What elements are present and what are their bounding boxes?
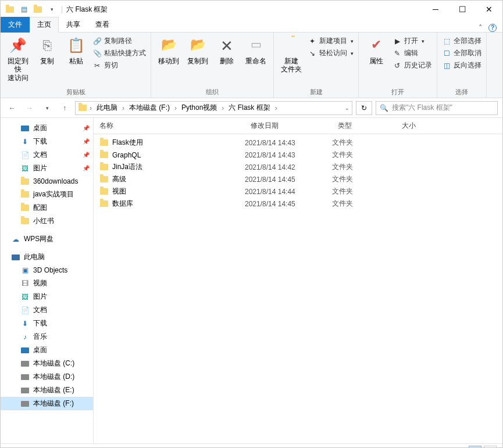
window-title: 六 Flask 框架 [66,5,422,15]
tab-share[interactable]: 共享 [59,17,88,33]
col-size[interactable]: 大小 [396,121,502,131]
edit-button[interactable]: ✎编辑 [393,48,432,58]
nav-pane: 桌面📌⬇下载📌📄文档📌🖼图片📌360downloadsjava实战项目配图小红书… [1,118,94,443]
copy-path-button[interactable]: 🔗复制路径 [92,36,146,46]
help-icon[interactable]: ? [488,24,497,32]
search-input[interactable]: 🔍 搜索"六 Flask 框架" [376,101,498,115]
select-all-button[interactable]: ⬚全部选择 [442,36,481,46]
tab-view[interactable]: 查看 [88,17,117,33]
nav-wps[interactable]: ☁WPS网盘 [1,232,93,246]
chevron-right-icon[interactable]: › [173,104,178,112]
nav-item[interactable]: 🖼图片 [1,290,93,303]
invert-select-button[interactable]: ◫反向选择 [442,60,481,70]
crumb-drive[interactable]: 本地磁盘 (F:) [127,103,172,113]
properties-button[interactable]: ✔属性 [363,35,389,67]
nav-item[interactable]: 📄文档📌 [1,148,93,162]
ribbon-collapse-icon[interactable]: ˄ [479,23,483,32]
paste-button[interactable]: 📋粘贴 [63,35,89,67]
history-button[interactable]: ↺历史记录 [393,60,432,70]
nav-item[interactable]: 📄文档 [1,303,93,317]
nav-thispc[interactable]: 此电脑 [1,250,93,264]
nav-item[interactable]: java实战项目 [1,188,93,201]
col-name[interactable]: 名称 [94,121,245,131]
tab-file[interactable]: 文件 [1,17,30,33]
copy-button[interactable]: ⎘复制 [34,35,60,67]
chevron-right-icon[interactable]: › [274,104,279,112]
nav-item[interactable]: 配图 [1,201,93,214]
nav-item[interactable]: ⬇下载📌 [1,135,93,148]
up-button[interactable]: ↑ [58,101,72,115]
file-row[interactable]: GraphQL2021/8/14 14:43文件夹 [94,149,502,161]
nav-item[interactable]: 🖼图片📌 [1,162,93,175]
nav-item[interactable]: ⬇下载 [1,317,93,330]
folder-icon [99,187,109,196]
qat-dropdown-icon[interactable]: ▾ [47,5,56,14]
file-row[interactable]: 视图2021/8/14 14:44文件夹 [94,185,502,198]
crumb-folder2[interactable]: 六 Flask 框架 [226,103,272,113]
nav-item[interactable]: 桌面📌 [1,121,93,135]
group-label-select: 选择 [455,87,468,96]
crumb-thispc[interactable]: 此电脑 [94,103,120,113]
copy-to-button[interactable]: 📂复制到 [185,35,211,67]
nav-item[interactable]: 本地磁盘 (D:) [1,370,93,384]
nav-item[interactable]: 本地磁盘 (F:) [1,397,93,410]
back-button[interactable]: ← [5,101,19,115]
easy-access-button[interactable]: ↘轻松访问▾ [308,48,354,58]
crumb-folder1[interactable]: Python视频 [179,103,219,113]
col-type[interactable]: 类型 [332,121,396,131]
ribbon-tabs: 文件 主页 共享 查看 ˄ ? [1,18,502,32]
forward-button[interactable]: → [23,101,37,115]
nav-item[interactable]: 桌面 [1,343,93,357]
close-button[interactable]: ✕ [476,1,502,18]
nav-item[interactable]: 小红书 [1,214,93,228]
file-row[interactable]: 数据库2021/8/14 14:45文件夹 [94,198,502,210]
chevron-right-icon[interactable]: › [220,104,225,112]
tab-home[interactable]: 主页 [30,17,59,33]
folder-icon [20,177,30,186]
history-icon: ↺ [393,61,402,70]
cut-button[interactable]: ✂剪切 [92,60,146,70]
move-to-icon: 📂 [159,37,178,56]
nav-item[interactable]: ▣3D Objects [1,264,93,277]
nav-item[interactable]: ♪音乐 [1,330,93,343]
file-row[interactable]: JinJa语法2021/8/14 14:42文件夹 [94,161,502,173]
ribbon: 📌固定到快 速访问 ⎘复制 📋粘贴 🔗复制路径 📎粘贴快捷方式 ✂剪切 剪贴板 … [1,32,502,98]
delete-icon: ✕ [217,37,236,56]
chevron-right-icon[interactable]: › [121,104,126,112]
pc-icon [11,253,20,262]
nav-item[interactable]: 本地磁盘 (C:) [1,357,93,370]
chevron-right-icon[interactable]: › [88,104,93,112]
new-folder-button[interactable]: 新建 文件夹 [279,35,304,76]
group-label-open: 打开 [391,87,404,96]
folder-icon [5,5,15,14]
file-row[interactable]: Flask使用2021/8/14 14:43文件夹 [94,137,502,149]
open-icon: ▶ [393,37,402,46]
pin-icon: 📌 [83,125,90,131]
nav-item[interactable]: 本地磁盘 (E:) [1,384,93,397]
select-none-button[interactable]: ☐全部取消 [442,48,481,58]
move-to-button[interactable]: 📂移动到 [156,35,181,67]
nav-item[interactable]: 🎞视频 [1,277,93,290]
address-dropdown-icon[interactable]: ⌄ [345,105,349,111]
paste-shortcut-button[interactable]: 📎粘贴快捷方式 [92,48,146,58]
new-folder-icon [282,37,301,56]
nav-item[interactable]: 360downloads [1,175,93,188]
pin-quick-access-button[interactable]: 📌固定到快 速访问 [5,35,31,84]
file-row[interactable]: 高级2021/8/14 14:45文件夹 [94,173,502,185]
rename-button[interactable]: ▭重命名 [243,35,269,67]
breadcrumb[interactable]: › 此电脑 › 本地磁盘 (F:) › Python视频 › 六 Flask 框… [75,101,352,115]
new-item-button[interactable]: ✦新建项目▾ [308,36,354,46]
minimize-button[interactable]: ─ [422,1,449,18]
qat-properties-icon[interactable]: ▤ [19,5,28,14]
delete-button[interactable]: ✕删除 [214,35,240,67]
view-icons-button[interactable]: ▦ [484,446,497,449]
col-date[interactable]: 修改日期 [245,121,332,131]
edit-icon: ✎ [393,49,402,58]
refresh-button[interactable]: ↻ [356,101,372,115]
view-details-button[interactable]: ☰ [469,446,481,449]
open-button[interactable]: ▶打开▾ [393,36,432,46]
folder-icon [99,138,109,148]
recent-dropdown[interactable]: ▾ [40,101,54,115]
folder-icon [33,5,42,14]
maximize-button[interactable]: ☐ [449,1,476,18]
